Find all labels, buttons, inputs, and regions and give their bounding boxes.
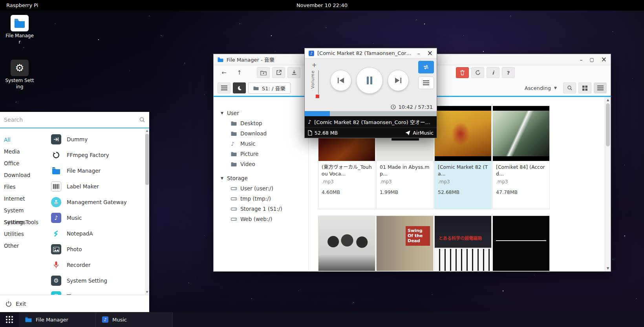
previous-icon bbox=[337, 77, 345, 84]
list-view-button[interactable] bbox=[594, 82, 607, 93]
sidebar-item-desktop[interactable]: Desktop bbox=[214, 118, 308, 128]
category-system-settings[interactable]: System Settings bbox=[0, 205, 46, 216]
minimize-button[interactable]: – bbox=[417, 51, 420, 56]
app-item-management-gateway[interactable]: Management Gateway bbox=[51, 194, 144, 210]
sort-dropdown[interactable]: Ascending ▼ bbox=[521, 85, 561, 91]
new-folder-button[interactable] bbox=[257, 67, 270, 78]
file-card[interactable] bbox=[492, 216, 550, 271]
sidebar-item-video[interactable]: Video bbox=[214, 159, 308, 169]
pause-button[interactable] bbox=[356, 67, 383, 94]
sidebar-item-storage1-drive[interactable]: Storage 1 (S1:/) bbox=[214, 204, 308, 214]
repeat-button[interactable] bbox=[418, 61, 434, 73]
maximize-button[interactable]: ▢ bbox=[589, 57, 594, 62]
app-item-photo[interactable]: Photo bbox=[51, 241, 144, 257]
taskbar-item-music[interactable]: ♪ Music bbox=[96, 312, 173, 327]
category-system-tools[interactable]: System Tools bbox=[0, 216, 46, 228]
help-button[interactable]: ? bbox=[502, 67, 515, 78]
app-item-system-setting[interactable]: ⚙ System Setting bbox=[51, 273, 144, 289]
category-internet[interactable]: Internet bbox=[0, 193, 46, 205]
sidebar-item-download[interactable]: Download bbox=[214, 128, 308, 139]
minimize-button[interactable]: – bbox=[580, 57, 582, 62]
close-button[interactable]: × bbox=[427, 50, 433, 57]
folder-plus-icon bbox=[260, 70, 267, 75]
app-item-label-maker[interactable]: Label Maker bbox=[51, 179, 144, 194]
up-button[interactable]: ↑ bbox=[233, 67, 246, 78]
category-other[interactable]: Other bbox=[0, 240, 46, 252]
app-drawer-button[interactable] bbox=[0, 312, 19, 327]
file-card-selected[interactable]: [Comic Market 82 (Ta... .mp3 52.68MB bbox=[434, 106, 492, 209]
file-card[interactable]: Swing Of the Dead bbox=[376, 216, 434, 271]
app-item-dummy[interactable]: Dummy bbox=[51, 132, 144, 147]
category-media[interactable]: Media bbox=[0, 146, 46, 157]
app-item-timer[interactable]: Timer bbox=[51, 289, 144, 295]
search-input[interactable] bbox=[4, 117, 139, 123]
scrollbar-thumb[interactable] bbox=[145, 134, 149, 185]
progress-bar[interactable] bbox=[305, 111, 437, 116]
sidebar-item-music[interactable]: ♪ Music bbox=[214, 139, 308, 149]
category-office[interactable]: Office bbox=[0, 157, 46, 169]
desktop-icon-file-manager[interactable]: File Manager bbox=[5, 15, 35, 45]
playlist-menu-button[interactable] bbox=[418, 77, 434, 89]
app-item-music[interactable]: ♪ Music bbox=[51, 210, 144, 226]
app-list: Dummy FFmpeg Factory File Manager Label … bbox=[46, 128, 149, 295]
close-button[interactable]: × bbox=[601, 56, 607, 63]
file-icon bbox=[308, 130, 312, 135]
app-item-recorder[interactable]: Recorder bbox=[51, 257, 144, 273]
scroll-up-icon[interactable]: ▲ bbox=[605, 98, 611, 102]
file-card[interactable]: [Comiket 84] (Accord... .mp3 47.78MB bbox=[492, 106, 550, 209]
previous-button[interactable] bbox=[330, 70, 351, 91]
download-button[interactable] bbox=[287, 67, 300, 78]
next-button[interactable] bbox=[388, 70, 409, 91]
dark-mode-toggle[interactable] bbox=[233, 82, 246, 93]
search-button[interactable] bbox=[563, 82, 576, 93]
sidebar-item-user-drive[interactable]: User (user:/) bbox=[214, 183, 308, 194]
category-files[interactable]: Files bbox=[0, 181, 46, 193]
menu-button[interactable] bbox=[218, 82, 231, 93]
window-scrollbar[interactable]: ▲ ▼ bbox=[605, 97, 611, 271]
volume-slider[interactable] bbox=[318, 70, 319, 94]
window-title: [Comic Market 82 (Tamaonsen_Coro) ... bbox=[317, 50, 412, 56]
clock: November 10 22:40 bbox=[296, 2, 348, 8]
category-utilities[interactable]: Utilities bbox=[0, 228, 46, 240]
app-item-label: Management Gateway bbox=[67, 199, 127, 205]
volume-up-button[interactable]: + bbox=[312, 62, 317, 69]
desktop-icon-system-setting[interactable]: ⚙ System Setting bbox=[5, 60, 35, 90]
open-external-button[interactable] bbox=[272, 67, 285, 78]
app-item-ffmpeg-factory[interactable]: FFmpeg Factory bbox=[51, 147, 144, 163]
app-item-file-manager[interactable]: File Manager bbox=[51, 163, 144, 179]
scroll-down-icon[interactable]: ▼ bbox=[605, 267, 611, 270]
file-size: 52.68MB bbox=[435, 185, 491, 195]
app-item-notepada[interactable]: NotepadA bbox=[51, 226, 144, 241]
volume-slider-handle[interactable] bbox=[316, 95, 319, 98]
exit-button[interactable]: Exit bbox=[0, 295, 149, 312]
taskbar-item-file-manager[interactable]: File Manager bbox=[19, 312, 96, 327]
gear-icon: ⚙ bbox=[11, 60, 29, 76]
app-item-label: NotepadA bbox=[67, 230, 93, 237]
category-download[interactable]: Download bbox=[0, 169, 46, 181]
sidebar-item-picture[interactable]: Picture bbox=[214, 149, 308, 159]
system-menu[interactable]: Raspberry Pi bbox=[6, 2, 38, 8]
service-label: AirMusic bbox=[413, 130, 434, 136]
sidebar-item-tmp-drive[interactable]: tmp (tmp:/) bbox=[214, 194, 308, 204]
music-player-titlebar[interactable]: ♪ [Comic Market 82 (Tamaonsen_Coro) ... … bbox=[305, 48, 437, 58]
sidebar-section-storage[interactable]: ▼ Storage bbox=[214, 173, 308, 183]
scroll-up-icon[interactable]: ▲ bbox=[145, 129, 149, 133]
file-size: 47.78MB bbox=[493, 185, 549, 195]
file-manager-sidebar: ▼ User Desktop Download ♪ Music Picture bbox=[214, 97, 309, 271]
file-card[interactable] bbox=[318, 216, 375, 271]
breadcrumb[interactable]: S1: / 音樂 bbox=[248, 82, 291, 94]
folder-icon bbox=[231, 152, 237, 156]
scroll-down-icon[interactable]: ▼ bbox=[145, 290, 149, 294]
file-card[interactable]: とある科学の超電磁砲 bbox=[434, 216, 492, 271]
refresh-button[interactable] bbox=[471, 67, 484, 78]
launcher-scrollbar[interactable]: ▲ ▼ bbox=[145, 128, 149, 295]
info-button[interactable]: i bbox=[487, 67, 499, 78]
sidebar-section-user[interactable]: ▼ User bbox=[214, 108, 308, 118]
grid-view-button[interactable] bbox=[578, 82, 591, 93]
category-all[interactable]: All bbox=[0, 134, 46, 146]
delete-button[interactable] bbox=[456, 67, 469, 78]
caret-down-icon: ▼ bbox=[221, 176, 223, 180]
sidebar-item-web-drive[interactable]: Web (web:/) bbox=[214, 214, 308, 224]
scrollbar-thumb[interactable] bbox=[606, 103, 610, 146]
back-button[interactable]: ← bbox=[218, 67, 231, 78]
